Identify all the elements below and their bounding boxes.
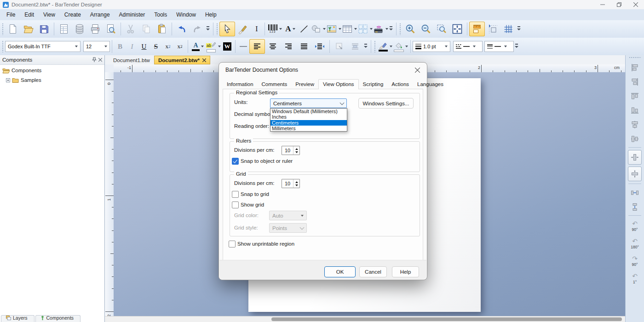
dropdown-caret-icon[interactable] [385, 28, 388, 30]
superscript-button[interactable]: x2 [174, 39, 186, 54]
align-left-edges-button[interactable] [628, 60, 642, 75]
spin-up-icon[interactable] [295, 181, 298, 183]
dropdown-caret-icon[interactable] [445, 46, 448, 47]
dropdown-caret-icon[interactable] [390, 46, 392, 47]
align-center-horizontal-button[interactable] [628, 117, 642, 132]
snap-to-ruler-checkbox[interactable] [232, 158, 239, 165]
menu-window[interactable]: Window [172, 9, 201, 20]
help-button[interactable]: Help [392, 266, 419, 277]
snap-to-grid-checkbox[interactable] [232, 191, 239, 198]
print-button[interactable] [87, 22, 103, 36]
center-in-template-vertical-button[interactable] [628, 150, 642, 165]
minimize-button[interactable] [594, 0, 611, 9]
paste-button[interactable] [154, 22, 170, 36]
picture-tool-button[interactable] [326, 22, 341, 36]
dropdown-caret-icon[interactable] [354, 28, 357, 30]
grid-color-combo[interactable]: Auto [269, 211, 307, 220]
toolbar-grip[interactable] [629, 57, 641, 59]
new-document-button[interactable] [5, 22, 21, 36]
menu-administer[interactable]: Administer [115, 9, 150, 20]
zoom-to-selection-button[interactable] [434, 22, 449, 36]
dropdown-caret-icon[interactable] [279, 28, 282, 30]
show-grid-checkbox[interactable] [232, 201, 239, 208]
undo-button[interactable] [174, 22, 190, 36]
copy-button[interactable] [138, 22, 154, 36]
units-option-centimeters[interactable]: Centimeters [270, 120, 347, 126]
text-tool-button[interactable]: A [282, 22, 298, 36]
units-option-millimeters[interactable]: Millimeters [270, 126, 347, 131]
dropdown-caret-icon[interactable] [323, 28, 326, 30]
menu-create[interactable]: Create [60, 9, 86, 20]
page-setup-button[interactable] [56, 22, 72, 36]
cancel-button[interactable]: Cancel [359, 266, 387, 277]
dropdown-caret-icon[interactable] [405, 46, 408, 47]
align-right-edges-button[interactable] [628, 75, 642, 89]
menu-file[interactable]: File [2, 9, 20, 20]
highlight-button[interactable]: ab [206, 39, 221, 54]
ruler-divisions-spinner[interactable]: 10 [282, 146, 300, 155]
panel-tab-components[interactable]: Components [35, 315, 81, 322]
spin-down-icon[interactable] [295, 184, 298, 186]
line-tool-button[interactable] [298, 22, 310, 36]
dropdown-caret-icon[interactable] [473, 46, 476, 47]
table-tool-button[interactable] [341, 22, 357, 36]
units-combo[interactable]: Centimeters [270, 98, 347, 108]
line-weight-combo[interactable]: 1.0 pt [413, 41, 450, 52]
rotate-right-90-button[interactable]: ↷90° [628, 252, 642, 270]
format-painter-button[interactable] [235, 22, 251, 36]
restore-button[interactable] [611, 0, 627, 9]
open-document-button[interactable] [21, 22, 36, 36]
line-compound-style-combo[interactable] [484, 41, 514, 52]
align-center-button[interactable] [265, 39, 281, 54]
align-bottom-edges-button[interactable] [628, 103, 642, 117]
barcode-tool-button[interactable]: 123 [267, 22, 282, 36]
encoder-tool-button[interactable] [373, 22, 388, 36]
zoom-fit-button[interactable] [449, 22, 465, 36]
close-tab-icon[interactable] [202, 58, 206, 62]
dropdown-caret-icon[interactable] [370, 28, 373, 30]
italic-button[interactable]: I [126, 39, 138, 54]
zoom-in-button[interactable] [402, 22, 418, 36]
edit-text-button[interactable]: I [251, 22, 263, 36]
object-boundaries-button[interactable] [485, 22, 500, 36]
tree-item-components[interactable]: Components [0, 66, 104, 75]
document-tab-1[interactable]: Document1.btw [109, 56, 154, 64]
menu-edit[interactable]: Edit [20, 9, 39, 20]
toolbar-overflow-icon[interactable] [206, 25, 210, 33]
fill-color-button[interactable] [393, 39, 408, 54]
toolbar-overflow-icon[interactable] [364, 43, 368, 50]
database-connection-button[interactable] [72, 22, 87, 36]
font-color-button[interactable]: A [190, 39, 206, 54]
horizontal-scrollbar[interactable] [105, 316, 626, 322]
toolbar-grip[interactable] [374, 40, 376, 52]
show-unprintable-region-checkbox[interactable] [229, 241, 236, 247]
center-in-template-horizontal-button[interactable] [628, 167, 642, 181]
subscript-button[interactable]: x2 [162, 39, 174, 54]
align-right-button[interactable] [281, 39, 296, 54]
rotate-180-button[interactable]: ↶180° [628, 235, 642, 252]
redo-button[interactable] [190, 22, 205, 36]
print-preview-button[interactable] [103, 22, 119, 36]
menu-view[interactable]: View [39, 9, 60, 20]
font-size-combo[interactable]: 12 [83, 41, 110, 52]
toolbar-grip[interactable] [2, 23, 4, 35]
line-color-button[interactable] [377, 39, 393, 54]
shape-tool-button[interactable] [310, 22, 326, 36]
tab-comments[interactable]: Comments [258, 80, 292, 89]
rotate-left-90-button[interactable]: ↶90° [628, 217, 642, 235]
toolbar-grip[interactable] [216, 23, 218, 35]
spin-down-icon[interactable] [295, 151, 298, 153]
dropdown-caret-icon[interactable] [293, 28, 295, 30]
tree-item-samples[interactable]: Samples [0, 76, 104, 84]
dropdown-caret-icon[interactable] [218, 46, 221, 47]
align-justify-button[interactable] [296, 39, 312, 54]
tab-actions[interactable]: Actions [387, 80, 413, 89]
layout-grid-tool-button[interactable] [357, 22, 373, 36]
close-button[interactable] [627, 0, 644, 9]
close-panel-icon[interactable] [98, 58, 102, 62]
ok-button[interactable]: OK [324, 266, 356, 277]
save-button[interactable] [36, 22, 52, 36]
toolbar-overflow-icon[interactable] [515, 43, 519, 50]
strikethrough-button[interactable]: S [150, 39, 162, 54]
units-option-inches[interactable]: Inches [270, 114, 347, 120]
